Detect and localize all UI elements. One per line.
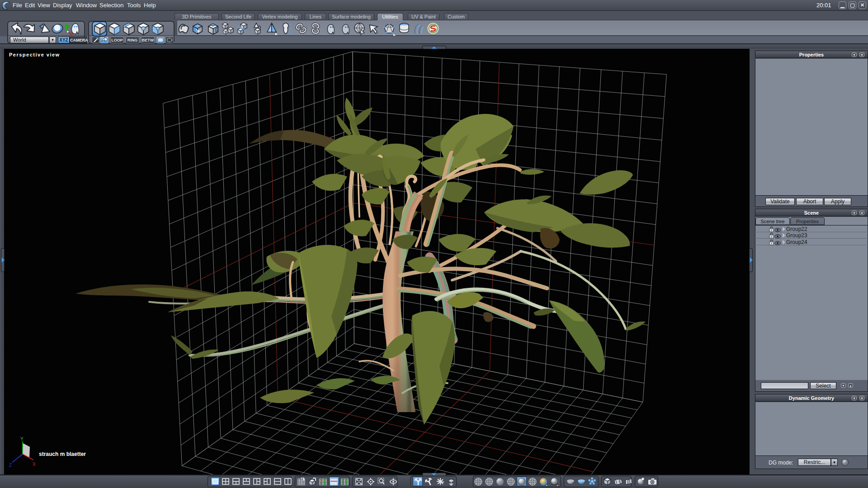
svg-text:strauch m blaetter: strauch m blaetter <box>39 451 86 457</box>
svg-text:Z: Z <box>9 463 12 468</box>
svg-text:X: X <box>33 462 36 467</box>
svg-text:Perspective view: Perspective view <box>9 52 60 57</box>
svg-text:Y: Y <box>20 436 24 441</box>
